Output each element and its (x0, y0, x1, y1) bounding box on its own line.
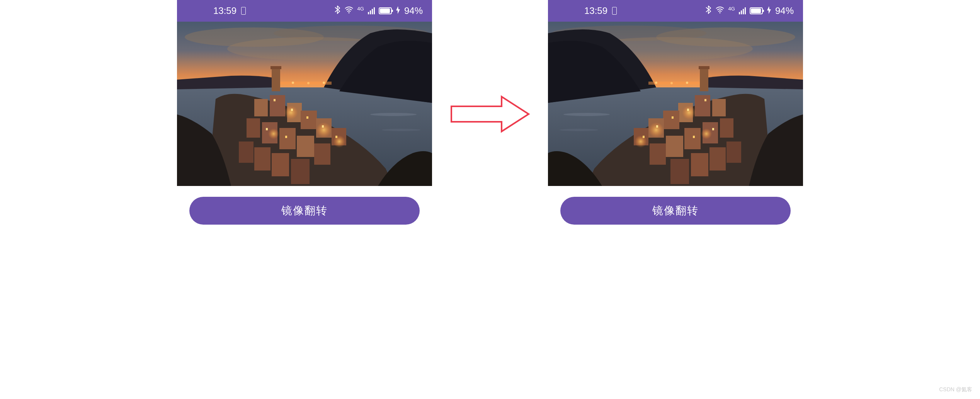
svg-rect-36 (266, 128, 268, 130)
svg-rect-33 (306, 116, 308, 119)
svg-point-49 (655, 82, 657, 84)
status-bar-right: 4G 94% (334, 5, 423, 16)
svg-point-7 (292, 82, 294, 84)
notification-icon (241, 7, 246, 15)
svg-rect-63 (726, 142, 741, 163)
svg-rect-74 (656, 125, 658, 128)
battery-icon (750, 7, 763, 14)
transition-arrow-container (447, 0, 533, 137)
svg-rect-18 (247, 118, 260, 138)
svg-point-48 (670, 82, 673, 84)
signal-icon (368, 7, 375, 14)
phone-screen-after: 13:59 4G (548, 0, 803, 235)
svg-rect-50 (700, 68, 708, 91)
svg-point-27 (284, 106, 298, 119)
battery-percent: 94% (404, 5, 423, 16)
svg-rect-21 (297, 136, 314, 157)
svg-rect-71 (704, 99, 706, 101)
svg-rect-32 (291, 109, 293, 111)
status-time: 13:59 (213, 5, 236, 16)
svg-rect-24 (254, 147, 271, 171)
svg-rect-23 (239, 142, 254, 163)
battery-percent: 94% (775, 5, 794, 16)
svg-rect-34 (322, 125, 324, 128)
svg-rect-26 (291, 159, 310, 184)
svg-rect-60 (684, 128, 701, 149)
svg-rect-77 (693, 136, 695, 138)
svg-point-69 (635, 135, 647, 148)
svg-rect-31 (274, 99, 276, 101)
svg-rect-25 (272, 153, 289, 176)
svg-rect-65 (691, 153, 708, 176)
svg-point-29 (333, 135, 345, 148)
bluetooth-icon (334, 5, 340, 16)
svg-rect-10 (272, 68, 280, 91)
svg-rect-72 (687, 109, 689, 111)
status-bar: 13:59 4G (177, 0, 432, 22)
image-preview (177, 22, 432, 186)
svg-point-67 (682, 106, 696, 119)
charging-icon (767, 5, 771, 16)
notification-icon (612, 7, 617, 15)
bluetooth-icon (705, 5, 711, 16)
svg-point-9 (323, 82, 325, 84)
svg-rect-37 (285, 136, 287, 138)
svg-rect-12 (254, 99, 268, 116)
status-bar: 13:59 4G (548, 0, 803, 22)
svg-rect-62 (650, 143, 666, 165)
svg-rect-64 (709, 147, 726, 171)
signal-icon (739, 7, 746, 14)
battery-icon (379, 7, 392, 14)
network-type-label: 4G (357, 6, 364, 11)
landscape-image-mirrored (548, 22, 803, 186)
svg-point-28 (316, 122, 332, 138)
watermark-text: CSDN @氦客 (939, 386, 972, 393)
svg-point-47 (686, 82, 688, 84)
button-area: 镜像翻转 (548, 186, 803, 235)
button-area: 镜像翻转 (177, 186, 432, 235)
svg-point-0 (348, 12, 349, 14)
svg-rect-15 (301, 111, 317, 129)
svg-rect-75 (643, 136, 645, 138)
svg-point-40 (719, 12, 720, 14)
status-bar-right: 4G 94% (705, 5, 794, 16)
svg-point-70 (701, 128, 712, 139)
svg-rect-53 (695, 95, 710, 116)
mirror-flip-button[interactable]: 镜像翻转 (560, 197, 791, 225)
svg-point-68 (648, 122, 664, 138)
svg-rect-52 (712, 99, 726, 116)
svg-point-30 (268, 128, 279, 139)
image-preview-mirrored (548, 22, 803, 186)
svg-rect-61 (666, 136, 683, 157)
svg-point-39 (382, 129, 420, 131)
svg-point-79 (560, 129, 598, 131)
svg-rect-35 (335, 136, 337, 138)
wifi-icon (344, 5, 354, 16)
svg-rect-66 (670, 159, 689, 184)
svg-rect-20 (279, 128, 296, 149)
svg-rect-22 (314, 143, 330, 165)
svg-rect-76 (712, 128, 714, 130)
wifi-icon (715, 5, 725, 16)
status-bar-left: 13:59 (186, 5, 246, 16)
svg-rect-73 (672, 116, 674, 119)
svg-rect-55 (663, 111, 679, 129)
svg-rect-13 (270, 95, 285, 116)
svg-rect-51 (699, 66, 709, 69)
status-bar-left: 13:59 (557, 5, 617, 16)
svg-rect-11 (271, 66, 281, 69)
charging-icon (396, 5, 400, 16)
landscape-image (177, 22, 432, 186)
status-time: 13:59 (584, 5, 607, 16)
svg-rect-58 (720, 118, 733, 138)
network-type-label: 4G (728, 6, 735, 11)
svg-point-38 (370, 113, 417, 116)
arrow-right-icon (447, 91, 533, 137)
mirror-flip-button[interactable]: 镜像翻转 (189, 197, 420, 225)
svg-point-8 (307, 82, 310, 84)
phone-screen-before: 13:59 4G (177, 0, 432, 235)
svg-point-78 (563, 113, 610, 116)
